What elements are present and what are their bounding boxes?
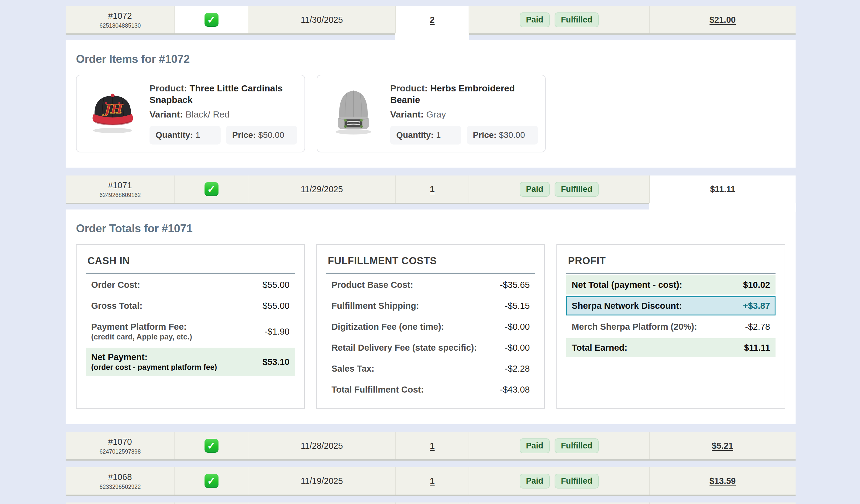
- order-items-panel: Order Items for #1072 JH: [66, 40, 796, 167]
- totals-line-value: -$1.90: [264, 326, 289, 337]
- total-earned-line: Total Earned: $11.11: [566, 338, 775, 357]
- totals-line-label: Digitization Fee (one time):: [331, 322, 444, 332]
- total-fulfillment-cost-line: Total Fulfillment Cost: -$43.08: [326, 380, 535, 399]
- order-item-card: JH Product: Three Little Cardinals Snapb…: [76, 75, 305, 152]
- order-id-cell: #1070 6247012597898: [66, 432, 175, 459]
- order-quantity-link[interactable]: 1: [430, 476, 434, 486]
- totals-line-value: -$35.65: [500, 280, 530, 290]
- totals-line-value: -$2.78: [745, 322, 770, 332]
- order-date: 11/29/2025: [301, 184, 343, 194]
- order-id: #1071: [108, 180, 132, 190]
- order-quantity-link[interactable]: 1: [430, 184, 434, 194]
- totals-line-value: +$3.87: [743, 300, 770, 311]
- product-label: Product:: [149, 83, 187, 93]
- totals-line: Sales Tax: -$2.28: [326, 359, 535, 378]
- order-quantity-cell: 1: [396, 432, 469, 459]
- order-total-link[interactable]: $13.59: [710, 476, 736, 486]
- order-row-1071: #1071 6249268609162 11/29/2025 1 Paid Fu…: [66, 176, 796, 204]
- order-row-1070: #1070 6247012597898 11/28/2025 1 Paid Fu…: [66, 432, 796, 461]
- cash-in-card: CASH IN Order Cost: $55.00 Gross Total: …: [76, 244, 305, 409]
- platform-fee-line: Merch Sherpa Platform (20%): -$2.78: [566, 317, 775, 337]
- totals-line-value: -$2.28: [505, 364, 530, 374]
- order-status-cell: Paid Fulfilled: [469, 432, 650, 459]
- totals-line-label: Payment Platform Fee:: [91, 322, 192, 332]
- order-id: #1068: [108, 472, 132, 482]
- order-row-1066: #1066 6230234038410 11/16/2025 1 Paid Fu…: [66, 503, 796, 504]
- totals-line-value: -$43.08: [500, 384, 530, 395]
- totals-line-value: -$0.00: [505, 322, 530, 332]
- profit-card: PROFIT Net Total (payment - cost): $10.0…: [556, 244, 785, 409]
- variant-value: Gray: [426, 109, 446, 119]
- order-date: 11/30/2025: [301, 15, 343, 25]
- status-badge-paid: Paid: [520, 182, 550, 197]
- order-total-cell: $21.00: [650, 6, 796, 33]
- order-quantity-cell: 2: [396, 6, 469, 33]
- order-date-cell: 11/30/2025: [248, 6, 396, 33]
- net-payment-line: Net Payment: (order cost - payment platf…: [86, 347, 295, 376]
- svg-text:JH: JH: [102, 102, 124, 116]
- totals-line-label: Sherpa Network Discount:: [572, 300, 682, 311]
- net-total-line: Net Total (payment - cost): $10.02: [566, 276, 775, 295]
- totals-line-label: Total Earned:: [572, 342, 627, 353]
- totals-line-label: Gross Total:: [91, 300, 143, 311]
- order-quantity-link[interactable]: 1: [430, 441, 434, 451]
- product-label: Product:: [390, 83, 428, 93]
- order-total-cell: $11.11: [650, 176, 796, 203]
- order-total-link[interactable]: $21.00: [710, 15, 736, 25]
- cash-in-title: CASH IN: [86, 253, 295, 273]
- order-date-cell: 11/19/2025: [248, 467, 396, 494]
- status-badge-paid: Paid: [520, 13, 550, 27]
- order-status-cell: Paid Fulfilled: [469, 6, 650, 33]
- totals-line-label: Total Fulfillment Cost:: [331, 384, 424, 395]
- status-badge-fulfilled: Fulfilled: [555, 439, 599, 453]
- order-totals-panel: Order Totals for #1071 CASH IN Order Cos…: [66, 209, 796, 424]
- price-label: Price:: [473, 130, 497, 140]
- fulfillment-costs-title: FULFILLMENT COSTS: [326, 253, 535, 273]
- checked-icon: [204, 13, 218, 27]
- order-date-cell: 11/29/2025: [248, 176, 396, 203]
- totals-line-value: $55.00: [262, 280, 290, 290]
- order-total-cell: $5.21: [650, 432, 796, 459]
- order-date: 11/28/2025: [301, 441, 343, 451]
- price-value: $30.00: [499, 130, 525, 140]
- price-pill: Price:$30.00: [467, 126, 538, 145]
- order-external-id: 6233296502922: [99, 483, 141, 490]
- status-badge-fulfilled: Fulfilled: [555, 13, 599, 27]
- order-id-cell: #1072 6251804885130: [66, 6, 175, 33]
- variant-line: Variant: Black/ Red: [149, 109, 297, 120]
- quantity-label: Quantity:: [156, 130, 193, 140]
- status-badge-fulfilled: Fulfilled: [555, 474, 599, 489]
- product-image-beanie: [325, 83, 382, 140]
- status-badge-fulfilled: Fulfilled: [555, 182, 599, 197]
- order-quantity-link[interactable]: 2: [430, 15, 434, 25]
- order-totals-cards: CASH IN Order Cost: $55.00 Gross Total: …: [76, 244, 785, 409]
- order-total-link[interactable]: $11.11: [710, 184, 735, 194]
- order-totals-panel-title: Order Totals for #1071: [76, 222, 785, 235]
- totals-line-label: Net Total (payment - cost):: [572, 280, 682, 290]
- price-label: Price:: [232, 130, 256, 140]
- order-external-id: 6251804885130: [99, 22, 141, 29]
- order-external-id: 6247012597898: [99, 448, 141, 455]
- quantity-label: Quantity:: [396, 130, 434, 140]
- totals-line-value: -$5.15: [505, 300, 530, 311]
- sherpa-network-discount-line[interactable]: Sherpa Network Discount: +$3.87: [566, 296, 775, 315]
- totals-line-value: $11.11: [744, 342, 770, 353]
- totals-line: Product Base Cost: -$35.65: [326, 276, 535, 295]
- order-check-cell: [175, 467, 248, 494]
- totals-line: Order Cost: $55.00: [86, 276, 295, 295]
- order-row-1072: #1072 6251804885130 11/30/2025 2 Paid Fu…: [66, 6, 796, 35]
- totals-line: Fulfillment Shipping: -$5.15: [326, 296, 535, 315]
- totals-line-label: Order Cost:: [91, 280, 140, 290]
- totals-line-value: $53.10: [262, 357, 290, 367]
- order-date-cell: 11/28/2025: [248, 432, 396, 459]
- order-total-link[interactable]: $5.21: [712, 441, 734, 451]
- order-total-cell: $6.89: [650, 503, 796, 504]
- checked-icon: [204, 182, 218, 196]
- profit-title: PROFIT: [566, 253, 775, 273]
- price-value: $50.00: [258, 130, 284, 140]
- checked-icon: [204, 439, 218, 453]
- totals-line: Payment Platform Fee: (credit card, Appl…: [86, 317, 295, 346]
- status-badge-paid: Paid: [520, 474, 550, 489]
- totals-line-label-group: Net Payment: (order cost - payment platf…: [91, 352, 217, 372]
- status-badge-paid: Paid: [520, 439, 550, 453]
